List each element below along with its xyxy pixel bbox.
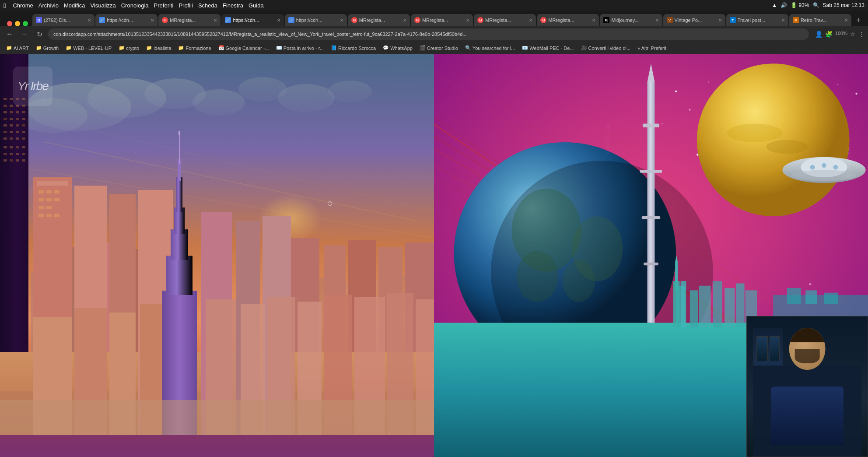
svg-rect-24 [10,111,13,113]
fullscreen-window-button[interactable] [23,21,28,26]
back-button[interactable]: ← [4,28,16,40]
right-image-scifi[interactable]: ✦ ✦ ✦ ✦ [434,54,868,457]
bookmark-idealista[interactable]: 📁 idealista [144,44,174,52]
svg-rect-40 [10,137,13,140]
search-icon[interactable]: 🔍 [813,2,819,8]
bookmark-webmail[interactable]: 📧 WebMail PEC - De... [519,44,576,52]
tab-travel[interactable]: T Travel post... ✕ [726,14,788,26]
bookmark-growth[interactable]: 📁 Growth [33,44,61,52]
bookmark-crypto[interactable]: 📁 crypto [116,44,142,52]
tab-close-button[interactable]: ✕ [340,18,343,23]
bookmark-label: » Altri Preferiti [637,46,667,51]
tab-close-button[interactable]: ✕ [592,18,595,23]
svg-rect-28 [10,118,13,120]
bookmark-whatsapp[interactable]: 💬 WhatsApp [380,44,415,52]
bookmark-you-searched[interactable]: 🔍 You searched for l... [462,44,518,52]
profili-menu[interactable]: Profili [178,2,193,9]
svg-point-149 [697,63,850,216]
tab-mrregista4[interactable]: M MRregista... ✕ [474,14,536,26]
reload-button[interactable]: ↻ [33,28,46,40]
bookmark-creator-studio[interactable]: 🎬 Creator Studio [417,44,461,52]
tab-mrregista5[interactable]: M MRregista... ✕ [537,14,599,26]
tab-vintage[interactable]: V Vintage Po... ✕ [663,14,725,26]
bookmark-web-levelup[interactable]: 📁 WEB - LEVEL-UP [63,44,114,52]
tab-retro[interactable]: R Retro Trav... ✕ [789,14,851,26]
svg-rect-29 [16,118,19,120]
preferiti-menu[interactable]: Preferiti [154,2,174,9]
svg-rect-84 [46,198,52,201]
tab-label: https://cdn... [107,18,133,23]
svg-rect-37 [16,131,19,133]
svg-rect-33 [16,124,19,127]
bookmark-google-cal[interactable]: 📅 Google Calendar -... [216,44,272,52]
main-content: Yr Irbe [0,54,868,457]
tab-close-button[interactable]: ✕ [844,18,848,23]
nyc-skyline-svg [0,54,434,435]
menu-icon[interactable]: ⋮ [858,31,864,38]
left-image-nyc[interactable]: Yr Irbe [0,54,434,457]
cronologia-menu[interactable]: Cronologia [121,2,149,9]
tab-close-button[interactable]: ✕ [466,18,469,23]
folder-icon: 📁 [6,45,12,51]
tab-cdn2[interactable]: 🔗 https://cdn... ✕ [95,14,158,26]
bookmark-star-icon[interactable]: ☆ [850,31,856,38]
svg-rect-30 [22,118,25,120]
svg-rect-48 [10,153,13,155]
bookmark-posta[interactable]: ✉️ Posta in arrivo - r... [273,44,326,52]
guida-menu[interactable]: Guida [248,2,264,9]
tab-cdn-active[interactable]: 🔗 https://cdn... ✕ [221,14,284,26]
tab-close-button[interactable]: ✕ [655,18,659,23]
svg-point-9 [328,81,372,102]
modifica-menu[interactable]: Modifica [64,2,85,9]
svg-point-131 [675,90,677,92]
minimize-window-button[interactable] [15,21,20,26]
address-right-icons: 👤 🧩 100% ☆ ⋮ [815,31,864,38]
tab-mrregista3[interactable]: M MRregista... ✕ [411,14,473,26]
search-bookmark-icon: 🔍 [465,45,471,51]
bookmark-more[interactable]: » Altri Preferiti [635,45,670,52]
bookmark-riccardo[interactable]: 📘 Riccardo Scrocca [328,44,378,52]
tab-label: https://cdn... [233,18,259,23]
svg-rect-176 [724,288,735,327]
svg-point-139 [837,84,838,85]
bookmark-ai-art[interactable]: 📁 AI ART [4,44,32,52]
archivio-menu[interactable]: Archivio [38,2,59,9]
bookmark-formazione[interactable]: 📁 Formazione [175,44,214,52]
tab-discord[interactable]: D (2762) Dis... ✕ [32,14,94,26]
address-bar[interactable]: cdn.discordapp.com/attachments/101351233… [48,28,809,40]
tab-mrregista1[interactable]: M MRregista... ✕ [158,14,220,26]
bookmark-label: Riccardo Scrocca [338,46,376,51]
tab-close-button[interactable]: ✕ [718,18,722,23]
svg-rect-98 [176,177,182,212]
scheda-menu[interactable]: Scheda [198,2,217,9]
tab-close-button[interactable]: ✕ [529,18,532,23]
forward-button[interactable]: → [18,28,31,40]
bookmark-convert[interactable]: 🎥 Converti i video di... [578,44,634,52]
tab-close-button[interactable]: ✕ [150,18,154,23]
calendar-icon: 📅 [218,45,224,51]
svg-rect-89 [46,214,52,217]
tab-close-button[interactable]: ✕ [88,18,91,23]
visualizza-menu[interactable]: Visualizza [90,2,116,9]
svg-rect-16 [10,98,13,100]
extensions-icon[interactable]: 🧩 [825,31,833,38]
inner-webcam-content [753,328,783,369]
tab-cdn3[interactable]: 🔗 https://cdn... ✕ [285,14,347,26]
svg-rect-15 [4,98,7,100]
webcam-person [747,316,868,457]
bookmark-label: Growth [43,46,59,51]
tab-close-button[interactable]: ✕ [277,18,280,23]
new-tab-button[interactable]: + [852,14,864,26]
tab-close-button[interactable]: ✕ [781,18,785,23]
tab-close-button[interactable]: ✕ [403,18,406,23]
tab-midjourney[interactable]: Mj Midjourney... ✕ [600,14,662,26]
tab-close-button[interactable]: ✕ [214,18,217,23]
close-window-button[interactable] [7,21,12,26]
chrome-menu[interactable]: Chrome [13,2,33,9]
traffic-lights [4,21,32,26]
finestra-menu[interactable]: Finestra [223,2,243,9]
apple-menu[interactable]:  [4,2,6,9]
tab-mrregista2[interactable]: M MRregista... ✕ [348,14,410,26]
svg-rect-88 [38,214,44,217]
profile-icon[interactable]: 👤 [815,31,822,38]
